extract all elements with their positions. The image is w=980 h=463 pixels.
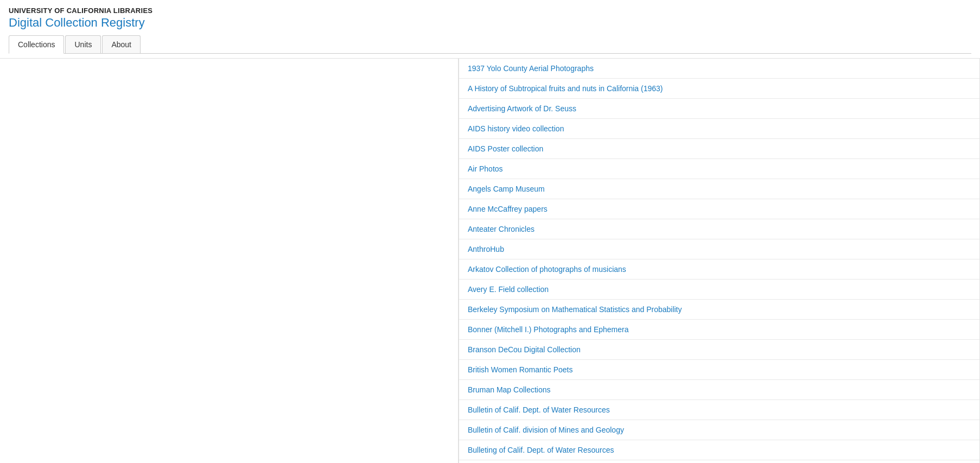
collection-link[interactable]: Bulletin of Calif. Dept. of Water Resour… [468,405,610,414]
list-item: Bruman Map Collections [459,380,979,400]
collection-link[interactable]: 1937 Yolo County Aerial Photographs [468,64,594,73]
list-item: Anne McCaffrey papers [459,199,979,219]
left-panel [0,59,459,463]
right-panel: 1937 Yolo County Aerial PhotographsA His… [459,59,980,463]
list-item: Berkeley Symposium on Mathematical Stati… [459,300,979,320]
collection-link[interactable]: Air Photos [468,164,503,173]
list-item: 1937 Yolo County Aerial Photographs [459,59,979,79]
collection-link[interactable]: A History of Subtropical fruits and nuts… [468,84,663,93]
list-item: AnthroHub [459,239,979,259]
list-item: Anteater Chronicles [459,219,979,239]
main-layout: 1937 Yolo County Aerial PhotographsA His… [0,59,980,463]
collection-link[interactable]: Bonner (Mitchell I.) Photographs and Eph… [468,325,629,334]
list-item: British Women Romantic Poets [459,360,979,380]
main-nav: Collections Units About [9,35,971,54]
collection-link[interactable]: Angels Camp Museum [468,185,545,193]
collection-link[interactable]: AIDS history video collection [468,124,564,133]
collection-link[interactable]: AIDS Poster collection [468,144,543,153]
collection-link[interactable]: Berkeley Symposium on Mathematical Stati… [468,305,682,314]
list-item: Bulletin of Calif. Dept. of Water Resour… [459,400,979,420]
collection-list: 1937 Yolo County Aerial PhotographsA His… [459,59,980,463]
collection-link[interactable]: Advertising Artwork of Dr. Seuss [468,104,576,113]
collection-link[interactable]: Bulletin of Calif. division of Mines and… [468,426,624,434]
list-item: Branson DeCou Digital Collection [459,340,979,360]
page-header: UNIVERSITY OF CALIFORNIA LIBRARIES Digit… [0,0,980,59]
list-item: Bulletin of Calif. division of Mines and… [459,420,979,440]
tab-units[interactable]: Units [65,35,101,53]
site-title: Digital Collection Registry [9,16,971,30]
collection-link[interactable]: Anne McCaffrey papers [468,205,548,213]
tab-collections[interactable]: Collections [9,35,64,54]
collection-link[interactable]: Bulleting of Calif. Dept. of Water Resou… [468,446,614,454]
list-item: Avery E. Field collection [459,280,979,300]
list-item: Angels Camp Museum [459,179,979,199]
list-item: A History of Subtropical fruits and nuts… [459,79,979,99]
list-item: Bonner (Mitchell I.) Photographs and Eph… [459,320,979,340]
collection-link[interactable]: AnthroHub [468,245,504,253]
list-item: AIDS Poster collection [459,139,979,159]
list-item: Advertising Artwork of Dr. Seuss [459,99,979,119]
collection-link[interactable]: Anteater Chronicles [468,225,534,233]
collection-link[interactable]: British Women Romantic Poets [468,365,572,374]
list-item: AIDS history video collection [459,119,979,139]
collection-link[interactable]: Bruman Map Collections [468,385,551,394]
list-item: Bulleting of Calif. Dept. of Water Resou… [459,440,979,460]
collection-link[interactable]: Branson DeCou Digital Collection [468,345,581,354]
list-item: ca. 73 additional collections [459,460,979,463]
list-item: Arkatov Collection of photographs of mus… [459,259,979,280]
collection-link[interactable]: Arkatov Collection of photographs of mus… [468,265,626,274]
org-name: UNIVERSITY OF CALIFORNIA LIBRARIES [9,7,971,15]
list-item: Air Photos [459,159,979,179]
tab-about[interactable]: About [102,35,141,53]
collection-link[interactable]: Avery E. Field collection [468,285,549,294]
